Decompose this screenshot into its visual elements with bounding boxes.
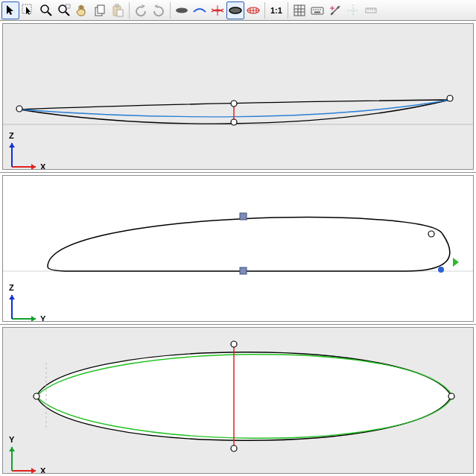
edit-pointer-tool[interactable] <box>19 1 37 19</box>
svg-point-1 <box>41 5 48 13</box>
svg-point-13 <box>229 7 241 13</box>
hand-icon <box>75 4 89 17</box>
pan-tool[interactable] <box>73 1 91 19</box>
svg-point-60 <box>231 341 237 347</box>
svg-rect-52 <box>240 267 247 274</box>
viewport-stack: X Z Y Z <box>0 21 476 476</box>
copy-tool[interactable] <box>91 1 109 19</box>
main-toolbar: 1:1 <box>0 0 476 21</box>
svg-rect-7 <box>98 5 104 13</box>
curve-slice-tool[interactable] <box>191 1 209 19</box>
svg-rect-19 <box>294 5 305 16</box>
ellipse-outline-icon <box>229 4 242 17</box>
zoom-tool[interactable] <box>37 1 55 19</box>
axis-label-x: X <box>40 466 46 474</box>
svg-point-27 <box>317 9 319 10</box>
copy-icon <box>93 4 107 17</box>
snap-icon <box>329 4 342 17</box>
snap-toggle[interactable] <box>326 1 344 19</box>
svg-rect-29 <box>314 11 320 13</box>
redo-icon <box>152 4 165 17</box>
paste-icon <box>111 4 124 17</box>
slice-view[interactable]: Y Z <box>0 173 476 325</box>
svg-point-3 <box>59 5 66 13</box>
axis-label-z: Z <box>9 283 14 292</box>
zoom-box-tool[interactable] <box>55 1 73 19</box>
magnifier-icon <box>39 4 53 17</box>
ruler-toggle <box>362 1 380 19</box>
svg-point-31 <box>331 12 333 14</box>
svg-point-47 <box>447 95 453 101</box>
undo-icon <box>134 4 147 17</box>
svg-point-45 <box>231 101 237 107</box>
svg-point-26 <box>315 9 317 10</box>
guides-toggle <box>344 1 362 19</box>
ellipse-solid-icon <box>175 4 188 17</box>
axis-label-y: Y <box>9 435 15 444</box>
grid-toggle[interactable] <box>291 1 308 19</box>
magnifier-plus-icon <box>57 4 71 17</box>
svg-point-53 <box>428 231 434 237</box>
redo-tool <box>150 1 168 19</box>
keyboard-icon <box>311 4 324 17</box>
wire-ellipse-tool[interactable] <box>244 1 262 19</box>
svg-rect-9 <box>115 4 118 7</box>
pointer-icon <box>4 4 17 17</box>
svg-rect-10 <box>117 10 123 16</box>
pointer-plus-icon <box>22 4 35 17</box>
side-profile-view[interactable]: X Z <box>0 21 476 173</box>
ellipse-wire-icon <box>247 4 260 17</box>
svg-point-28 <box>320 9 321 10</box>
mirror-curve-tool[interactable] <box>209 1 226 19</box>
svg-line-4 <box>66 12 69 16</box>
svg-point-44 <box>16 106 22 112</box>
grid-icon <box>293 4 306 17</box>
svg-point-62 <box>448 393 454 399</box>
svg-rect-24 <box>311 7 323 14</box>
axis-label-z: Z <box>9 131 14 140</box>
svg-point-25 <box>313 9 314 10</box>
pointer-tool[interactable] <box>1 1 19 19</box>
top-outline-view[interactable]: X Y <box>0 325 476 476</box>
paste-tool <box>109 1 127 19</box>
axis-label-y: Y <box>40 314 46 322</box>
svg-point-11 <box>176 7 188 13</box>
curve-slice-icon <box>193 4 206 17</box>
mirror-curve-icon <box>211 4 224 17</box>
outline-ellipse-tool[interactable] <box>226 1 244 19</box>
undo-tool <box>132 1 150 19</box>
keyboard-toggle[interactable] <box>308 1 326 19</box>
svg-point-61 <box>231 445 237 451</box>
svg-point-59 <box>34 393 39 399</box>
svg-point-32 <box>337 6 339 8</box>
guides-icon <box>346 4 360 17</box>
ruler-icon <box>364 4 378 17</box>
ratio-label: 1:1 <box>270 6 282 15</box>
svg-point-46 <box>231 119 237 125</box>
axis-label-x: X <box>40 162 46 170</box>
svg-point-54 <box>438 267 444 273</box>
svg-rect-51 <box>240 213 247 220</box>
solid-ellipse-tool[interactable] <box>173 1 191 19</box>
svg-line-2 <box>48 12 51 16</box>
